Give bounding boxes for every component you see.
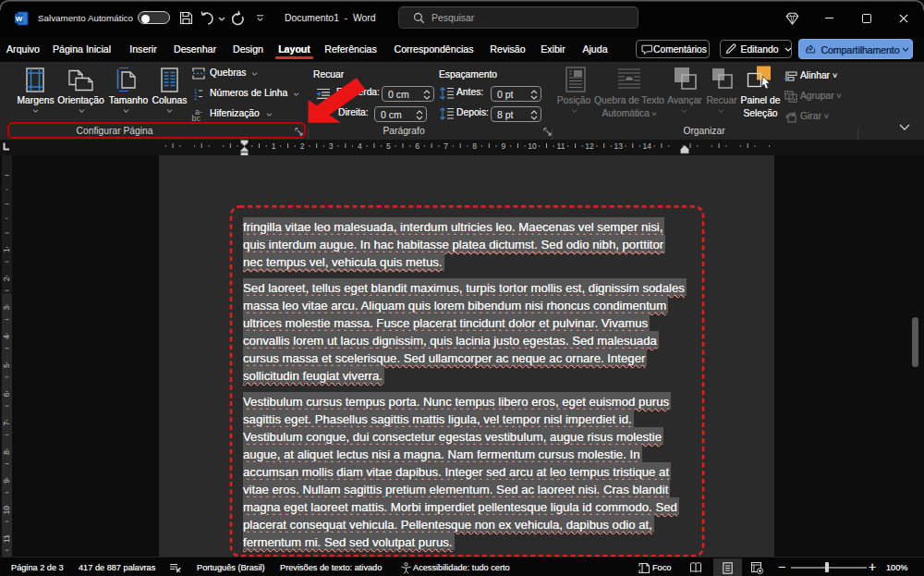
svg-text:14: 14: [643, 141, 652, 151]
svg-text:4: 4: [358, 141, 362, 151]
svg-text:2: 2: [300, 141, 305, 151]
svg-text:10: 10: [2, 506, 11, 515]
svg-text:2: 2: [2, 276, 11, 281]
svg-text:13: 13: [614, 141, 623, 151]
svg-text:W: W: [16, 15, 23, 23]
svg-text:10: 10: [528, 141, 537, 151]
svg-text:1: 1: [2, 248, 11, 252]
svg-text:5: 5: [386, 141, 391, 151]
svg-text:9: 9: [501, 141, 505, 151]
svg-text:3: 3: [329, 141, 334, 151]
svg-text:11: 11: [2, 534, 11, 543]
svg-text:6: 6: [415, 141, 419, 151]
svg-text:4: 4: [2, 335, 11, 339]
svg-text:3: 3: [2, 306, 11, 311]
svg-text:1: 1: [272, 141, 276, 151]
svg-text:9: 9: [2, 479, 11, 484]
svg-text:12: 12: [585, 141, 594, 151]
svg-text:5: 5: [2, 363, 11, 368]
svg-text:6: 6: [2, 392, 11, 397]
svg-text:11: 11: [557, 141, 565, 151]
svg-text:8: 8: [2, 450, 11, 455]
svg-text:8: 8: [472, 141, 477, 151]
svg-text:7: 7: [444, 141, 448, 151]
svg-text:2: 2: [194, 94, 198, 101]
svg-text:7: 7: [2, 421, 11, 425]
svg-text:bc: bc: [192, 114, 201, 122]
